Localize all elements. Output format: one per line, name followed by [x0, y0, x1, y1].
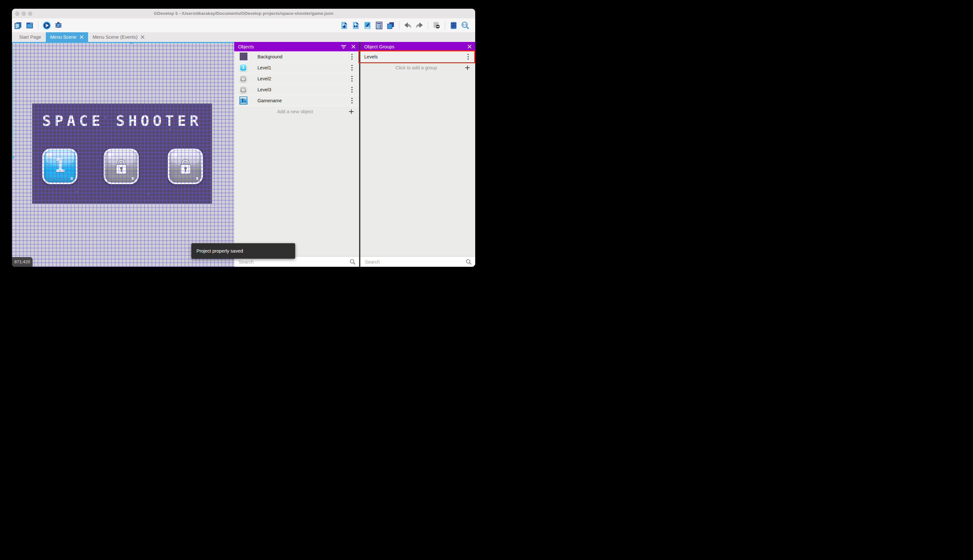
close-tab-icon[interactable] [80, 35, 83, 39]
object-groups-panel-header: Object Groups [360, 42, 475, 51]
close-panel-icon[interactable] [349, 43, 357, 51]
toolbar-separator [428, 21, 428, 30]
object-groups-panel-icon[interactable] [352, 21, 360, 30]
object-groups-panel-title: Object Groups [360, 44, 465, 49]
lock-icon [114, 157, 128, 175]
bubble-decoration [196, 177, 198, 180]
cursor-coordinates-badge: 871;420 [12, 257, 33, 267]
objects-panel-title: Objects [234, 44, 340, 49]
locked-thumbnail-icon [239, 75, 247, 83]
object-row-level2[interactable]: Level2 [234, 73, 359, 84]
toolbar-separator [445, 21, 445, 30]
level1-button-instance[interactable]: 1 [42, 148, 77, 184]
objects-panel: Objects Background 1 Level1 [234, 42, 359, 267]
object-row-gamename[interactable]: Tx Gamename [234, 95, 359, 106]
plus-icon [463, 64, 472, 72]
window-mask-icon[interactable] [432, 21, 441, 30]
tab-menu-scene[interactable]: Menu Scene [46, 32, 88, 42]
tab-label: Menu Scene [50, 35, 77, 40]
window-icon[interactable] [25, 21, 34, 30]
object-name: Level3 [257, 87, 348, 92]
tab-start-page[interactable]: Start Page [15, 32, 46, 42]
star-decoration: + [147, 191, 150, 196]
add-object-label: Add a new object [234, 109, 347, 114]
project-manager-icon[interactable] [14, 21, 22, 30]
bubble-decoration [70, 177, 73, 180]
objects-panel-header: Objects [234, 42, 359, 51]
object-menu-icon[interactable] [348, 75, 356, 83]
close-panel-icon[interactable] [465, 43, 473, 51]
titlebar: GDevelop 5 - /Users/dkarakay/Documents/G… [12, 9, 475, 19]
vertical-scroll-indicator[interactable] [12, 42, 13, 159]
level2-button-instance[interactable] [103, 148, 139, 184]
object-row-level3[interactable]: Level3 [234, 84, 359, 95]
add-object-button[interactable]: Add a new object [234, 106, 359, 117]
level3-button-instance[interactable] [168, 148, 203, 184]
object-row-background[interactable]: Background [234, 51, 359, 62]
object-menu-icon[interactable] [348, 97, 356, 105]
bubble-decoration [47, 153, 52, 157]
object-name: Background [257, 54, 348, 59]
layers-panel-icon[interactable] [387, 21, 395, 30]
groups-search-input[interactable] [360, 257, 475, 267]
object-name: Level1 [257, 65, 348, 70]
bubble-decoration [132, 177, 134, 180]
undo-icon[interactable] [403, 21, 412, 30]
horizontal-scroll-indicator[interactable] [12, 42, 234, 43]
lock-icon [178, 157, 193, 175]
objects-panel-icon[interactable] [340, 21, 348, 30]
toolbar-separator [399, 21, 400, 30]
object-menu-icon[interactable] [348, 53, 356, 61]
main-toolbar: 1:1 [12, 18, 475, 32]
object-row-level1[interactable]: 1 Level1 [234, 62, 359, 73]
editor-tabbar: Start Page Menu Scene Menu Scene (Events… [12, 32, 475, 42]
background-thumbnail-icon [239, 53, 247, 61]
group-menu-icon[interactable] [464, 53, 472, 61]
search-icon [349, 259, 356, 265]
groups-search [360, 257, 475, 267]
window-title: GDevelop 5 - /Users/dkarakay/Documents/G… [12, 9, 475, 18]
add-group-button[interactable]: Click to add a group [360, 62, 475, 73]
grid-icon[interactable] [450, 21, 458, 30]
object-menu-icon[interactable] [348, 64, 356, 72]
filter-icon[interactable] [340, 43, 347, 51]
level1-thumbnail-icon: 1 [239, 63, 247, 72]
star-decoration: + [169, 127, 171, 132]
save-toast: Project properly saved [191, 243, 295, 259]
object-groups-panel: Object Groups Levels Click to add a grou… [360, 42, 475, 267]
toolbar-separator [38, 21, 38, 30]
tab-menu-scene-events[interactable]: Menu Scene (Events) [88, 32, 149, 42]
vertical-scroll-handle[interactable] [12, 156, 14, 159]
tab-label: Menu Scene (Events) [93, 35, 137, 40]
object-name: Level2 [257, 76, 348, 81]
add-group-label: Click to add a group [360, 65, 463, 70]
object-name: Gamename [257, 98, 348, 103]
toast-message: Project properly saved [191, 248, 243, 253]
level1-number: 1 [44, 155, 76, 177]
plus-icon [347, 108, 355, 115]
zoom-1-1-icon[interactable]: 1:1 [461, 21, 470, 30]
group-name: Levels [364, 54, 464, 59]
tab-label: Start Page [19, 35, 41, 40]
bubble-decoration [172, 153, 177, 157]
properties-panel-icon[interactable] [363, 21, 372, 30]
object-menu-icon[interactable] [348, 86, 356, 93]
search-icon [465, 259, 472, 265]
star-decoration: + [75, 189, 78, 194]
text-object-icon: Tx [239, 97, 247, 105]
bubble-decoration [108, 153, 113, 157]
gamename-text-instance[interactable]: SPACE SHOOTER [33, 112, 212, 129]
preview-play-icon[interactable] [43, 21, 51, 30]
editor-content: SPACE SHOOTER + + + + + + + 1 [12, 42, 475, 267]
app-window: GDevelop 5 - /Users/dkarakay/Documents/G… [12, 9, 475, 267]
star-decoration: + [104, 115, 107, 120]
scene-background-instance[interactable]: SPACE SHOOTER + + + + + + + 1 [33, 104, 212, 203]
group-row-levels[interactable]: Levels [360, 51, 475, 62]
horizontal-scroll-handle[interactable] [130, 42, 133, 44]
scene-canvas[interactable]: SPACE SHOOTER + + + + + + + 1 [12, 42, 234, 267]
debug-icon[interactable] [54, 21, 63, 30]
redo-icon[interactable] [415, 21, 423, 30]
close-tab-icon[interactable] [141, 35, 145, 39]
locked-thumbnail-icon [239, 85, 247, 93]
instances-list-icon[interactable] [375, 21, 383, 30]
